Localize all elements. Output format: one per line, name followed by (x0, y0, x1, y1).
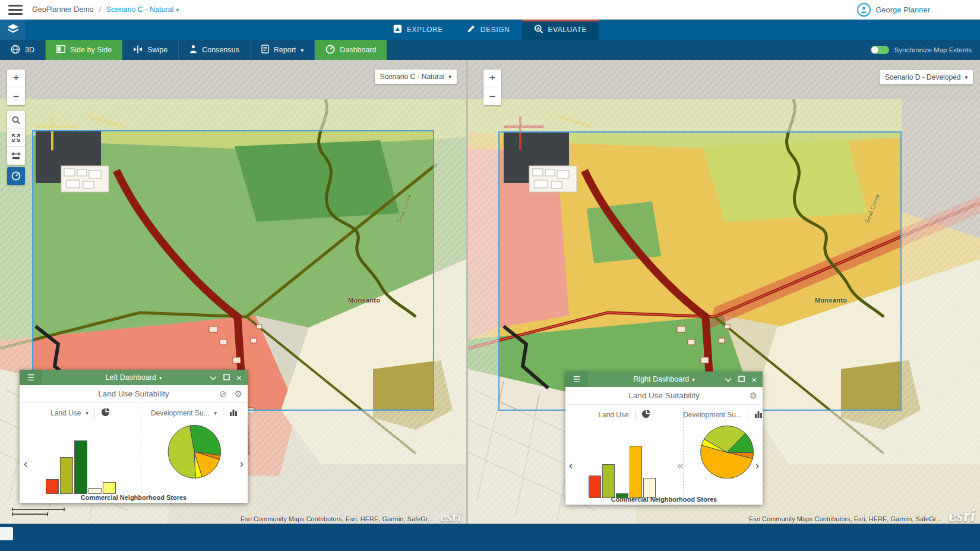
gear-icon[interactable]: ⚙ (235, 389, 242, 399)
maximize-icon[interactable] (738, 374, 745, 385)
development-pie-chart[interactable] (700, 425, 754, 482)
caret-down-icon: ▾ (692, 377, 695, 383)
app-menu-icon[interactable] (8, 5, 23, 15)
left-map-pane[interactable]: Monsanto Seal Creek + − Scenario C - Nat… (0, 60, 466, 524)
zoom-out-button[interactable]: − (7, 87, 25, 105)
dashboard-menu-icon[interactable]: ☰ (565, 371, 588, 387)
panel-page-right-chevron[interactable]: › (755, 459, 759, 471)
bar-chart-icon[interactable] (754, 411, 763, 420)
user-menu[interactable]: George Planner (857, 3, 930, 17)
dashboard-menu-icon[interactable]: ☰ (20, 370, 42, 385)
widget-title-row: Land Use Suitability ⚙ (565, 387, 763, 405)
bar-segment (46, 479, 59, 494)
measure-button[interactable] (7, 147, 25, 165)
left-attribution: Esri Community Maps Contributors, Esri, … (241, 511, 461, 522)
scenario-breadcrumb-link[interactable]: Scenario C - Natural▾ (106, 5, 179, 14)
panel-page-left-chevron[interactable]: ‹ (569, 459, 573, 471)
close-icon[interactable]: × (236, 373, 242, 382)
report-document-icon (261, 45, 269, 55)
top-bar: GeoPlanner Demo / Scenario C - Natural▾ … (0, 0, 980, 20)
consensus-button[interactable]: Consensus (179, 40, 251, 60)
pie-chart-icon[interactable] (641, 410, 650, 420)
panel-selector[interactable]: Land Use (598, 411, 628, 419)
zoom-in-button[interactable]: + (483, 70, 501, 87)
search-button[interactable] (7, 111, 25, 129)
globe-icon (11, 45, 20, 56)
app-title: GeoPlanner Demo (32, 5, 94, 14)
mode-tabs: EXPLORE DESIGN EVALUATE (381, 20, 599, 40)
land-use-bar-chart[interactable] (589, 446, 656, 498)
panel-selector[interactable]: Development Su... (683, 411, 742, 419)
caret-down-icon: ▾ (214, 410, 217, 416)
right-scenario-selector[interactable]: Scenario D - Developed▾ (880, 70, 973, 84)
swipe-arrows-icon (133, 45, 143, 55)
map-label-monsanto: Monsanto (815, 297, 847, 304)
panel-selector[interactable]: Development Su... (151, 409, 210, 417)
layers-button[interactable] (0, 20, 26, 40)
dashboard-button[interactable]: Dashboard (315, 40, 387, 60)
panel-page-right-chevron[interactable]: › (240, 458, 244, 469)
user-avatar-icon (857, 3, 871, 17)
right-dashboard-header[interactable]: ☰ Right Dashboard▾ × (565, 371, 763, 387)
left-scenario-selector[interactable]: Scenario C - Natural▾ (375, 70, 457, 84)
attribution-text: Esri Community Maps Contributors, Esri, … (241, 515, 433, 522)
bar-chart-icon[interactable] (229, 409, 238, 418)
right-zoom-control: + − (483, 70, 501, 105)
land-use-bar-chart[interactable] (46, 440, 116, 494)
widget-title: Land Use Suitability (98, 389, 169, 398)
bar-segment (630, 446, 642, 498)
3d-button[interactable]: 3D (0, 40, 46, 60)
evaluate-chart-magnifier-icon (533, 24, 543, 36)
zoom-out-button[interactable]: − (483, 87, 501, 105)
pie-chart-icon[interactable] (101, 408, 110, 418)
left-dashboard-window[interactable]: ☰ Left Dashboard▾ × Land Use Suitability… (20, 370, 248, 503)
timeline-expand-button[interactable] (0, 527, 13, 540)
tab-evaluate[interactable]: EVALUATE (521, 20, 599, 40)
panel-selector[interactable]: Land Use (50, 409, 81, 417)
development-suitability-panel: Development Su... (683, 405, 763, 504)
gauge-icon (325, 45, 335, 56)
left-dashboard-body: Land Use ▾ Development Su... ▾ (20, 403, 248, 502)
land-use-panel: Land Use ▾ (20, 403, 141, 502)
tab-design[interactable]: DESIGN (455, 20, 522, 40)
right-dashboard-body: Land Use Development Su... ‹ (565, 405, 763, 504)
left-map-tools (7, 111, 25, 165)
right-dashboard-window[interactable]: ☰ Right Dashboard▾ × Land Use Suitabilit… (565, 371, 763, 505)
bar-segment (103, 482, 116, 494)
expand-extent-button[interactable] (7, 129, 25, 147)
dashboard-tool-button-active[interactable] (7, 167, 25, 185)
collapse-icon[interactable] (725, 374, 732, 385)
collapse-icon[interactable] (210, 372, 217, 383)
esri-logo: esri (440, 511, 461, 522)
esri-logo: esri (949, 508, 975, 522)
panel-collapse-double-chevron[interactable]: « (677, 459, 684, 471)
chart-subtitle: Commercial Neighborhood Stores (20, 494, 248, 501)
gauge-icon (11, 171, 21, 181)
map-comparison-area: Monsanto Seal Creek + − Scenario C - Nat… (0, 60, 980, 524)
zoom-in-button[interactable]: + (7, 70, 25, 87)
report-button[interactable]: Report ▾ (251, 40, 315, 60)
development-pie-chart[interactable] (167, 424, 222, 481)
right-map-pane[interactable]: Monsanto Seal Creek + − Scenario D - Dev… (468, 60, 980, 524)
swipe-button[interactable]: Swipe (122, 40, 179, 60)
gear-icon[interactable]: ⚙ (750, 391, 757, 401)
maximize-icon[interactable] (223, 372, 230, 383)
close-icon[interactable]: × (751, 375, 757, 384)
tab-explore[interactable]: EXPLORE (381, 20, 455, 40)
side-by-side-button[interactable]: Side by Side (46, 40, 122, 60)
left-zoom-control: + − (7, 70, 25, 105)
synchronize-map-extents-label: Synchronize Map Extents (894, 46, 972, 53)
panel-page-left-chevron[interactable]: ‹ (24, 458, 27, 469)
scale-bar (12, 507, 67, 519)
widget-title-row: Land Use Suitability ⊘ ⚙ (20, 385, 248, 403)
primary-nav-bar: EXPLORE DESIGN EVALUATE (0, 20, 980, 40)
visibility-off-icon[interactable]: ⊘ (219, 389, 227, 399)
caret-down-icon: ▾ (301, 47, 304, 53)
bottom-bar (0, 524, 980, 551)
synchronize-map-extents-toggle[interactable] (871, 46, 889, 54)
left-dashboard-header[interactable]: ☰ Left Dashboard▾ × (20, 370, 248, 385)
explore-icon (393, 24, 402, 35)
bar-segment (60, 457, 73, 494)
pencil-icon (467, 24, 476, 35)
bar-segment (602, 464, 615, 498)
